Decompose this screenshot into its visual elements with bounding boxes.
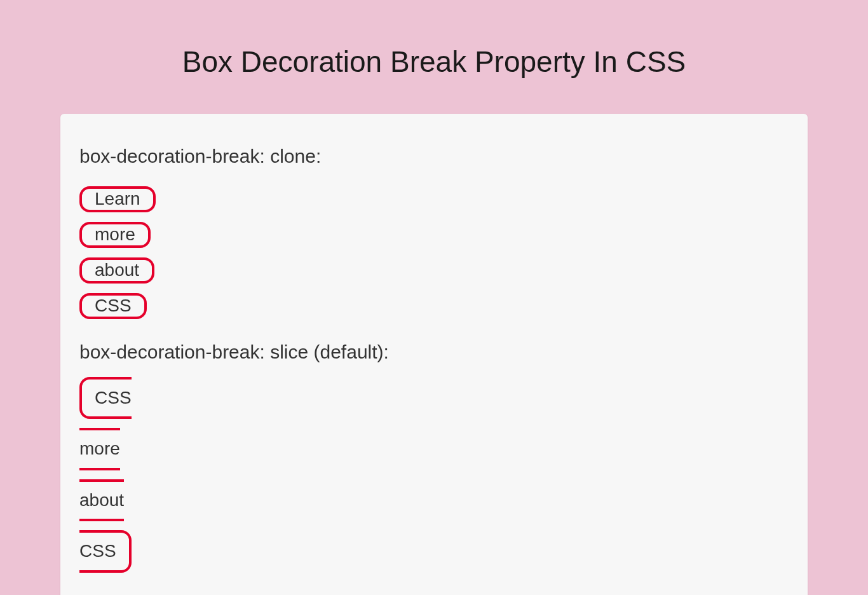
clone-word: Learn [79,186,156,212]
slice-word: more [79,428,120,470]
clone-demo: Learn more about CSS [79,181,789,324]
demo-card: box-decoration-break: clone: Learn more … [60,114,808,595]
page-title: Box Decoration Break Property In CSS [60,44,808,79]
slice-label: box-decoration-break: slice (default): [79,341,789,363]
slice-demo: CSS more about CSS [79,377,789,582]
clone-word: about [79,257,154,284]
page-root: Box Decoration Break Property In CSS box… [0,0,868,595]
slice-word: CSS [79,530,132,572]
slice-word: about [79,479,124,521]
slice-word: CSS [79,377,132,419]
clone-word: CSS [79,293,147,319]
clone-label: box-decoration-break: clone: [79,146,789,167]
clone-word: more [79,222,151,248]
